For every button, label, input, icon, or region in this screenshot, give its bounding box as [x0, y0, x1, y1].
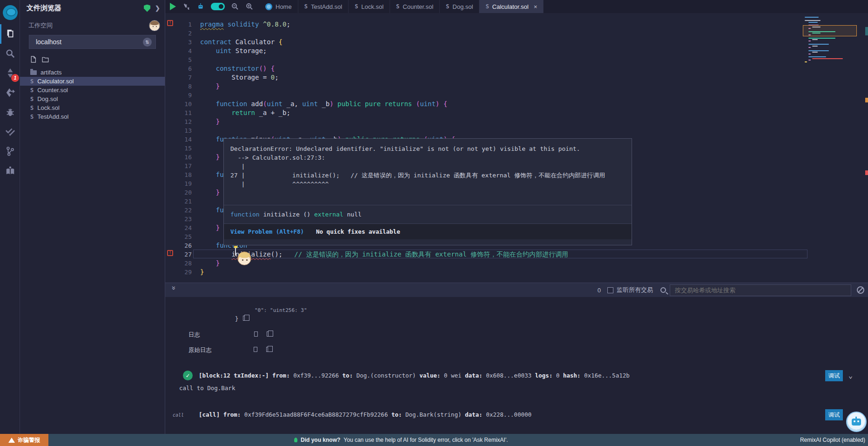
search-icon[interactable]	[0, 44, 20, 63]
tab-label: TestAdd.sol	[311, 3, 342, 10]
workspace-label: 工作空间	[28, 21, 53, 30]
remix-logo-icon[interactable]	[0, 0, 20, 24]
copy-icon[interactable]	[266, 347, 270, 352]
terminal-search-input[interactable]	[670, 284, 851, 296]
listen-all-label: 监听所有交易	[617, 286, 653, 294]
zoom-out-icon[interactable]	[231, 2, 239, 11]
line-number: 11	[165, 108, 192, 117]
solidity-file-icon: S	[30, 87, 34, 94]
file-label: Lock.sol	[37, 104, 60, 111]
solidity-file-icon: S	[304, 3, 308, 10]
view-problem-link[interactable]: View Problem (Alt+F8)	[230, 228, 304, 235]
tx-call-summary[interactable]: [call] from: 0xf39Fd6e51aad88F6F4ce6aB88…	[199, 411, 532, 418]
code-line-11: 11 return _a + _b;	[165, 108, 868, 117]
line-number: 10	[165, 100, 192, 108]
line-number: 13	[165, 126, 192, 135]
tab-Counter.sol[interactable]: SCounter.sol	[390, 0, 440, 13]
close-tab-icon[interactable]: ×	[534, 3, 538, 10]
debug-button[interactable]: 调试	[825, 409, 843, 420]
folder-icon	[30, 70, 37, 75]
raw-logs-row: 原始日志	[188, 345, 270, 354]
workspace-avatar[interactable]	[149, 20, 160, 31]
line-number: 15	[165, 144, 192, 153]
solidity-file-icon: S	[485, 3, 489, 10]
tx-expand-chevron[interactable]: ⌄	[848, 372, 853, 380]
workspace-name: localhost	[36, 38, 61, 46]
unit-testing-icon[interactable]	[0, 122, 20, 142]
solidity-compiler-icon[interactable]: 1	[0, 63, 20, 83]
line-number: 18	[165, 170, 192, 179]
tab-label: Calculator.sol	[492, 3, 529, 10]
file-explorer-panel: 文件浏览器 ❯ 工作空间 localhost ⇅ artifactsSCalcu…	[20, 0, 165, 434]
new-folder-icon[interactable]	[41, 55, 49, 63]
file-tree: artifactsSCalculator.solSCounter.solSDog…	[20, 68, 165, 121]
workspace-switch-icon[interactable]: ⇅	[143, 38, 152, 47]
minimap[interactable]	[805, 15, 860, 71]
terminal-search-icon	[660, 287, 666, 293]
zoom-in-icon[interactable]	[245, 2, 254, 11]
line-number: 29	[165, 268, 192, 277]
expand-icon[interactable]	[254, 331, 258, 337]
tab-Calculator.sol[interactable]: SCalculator.sol×	[479, 0, 544, 13]
warning-icon	[8, 438, 15, 443]
code-line-6: 6 constructor() {	[165, 64, 868, 73]
code-line-13: 13	[165, 126, 868, 135]
function-signature: function initialize () external null	[224, 205, 632, 223]
overview-ruler[interactable]	[865, 13, 868, 283]
line-number: 16	[165, 153, 192, 162]
deploy-run-icon[interactable]	[0, 83, 20, 102]
tab-Home[interactable]: Home	[259, 0, 298, 13]
code-line-12: 12 }	[165, 117, 868, 126]
workspace-select[interactable]: localhost ⇅	[29, 35, 156, 49]
git-icon[interactable]	[0, 142, 20, 161]
chevron-right-icon[interactable]: ❯	[155, 5, 160, 12]
file-item-artifacts[interactable]: artifacts	[20, 68, 165, 77]
copy-icon[interactable]	[267, 331, 271, 337]
line-number: 8	[165, 82, 192, 91]
remixai-robot-icon[interactable]	[196, 2, 205, 11]
copilot-status: RemixAI Copilot (enabled)	[800, 437, 865, 443]
debugger-icon[interactable]	[0, 102, 20, 122]
solidity-file-icon: S	[396, 3, 399, 10]
tab-label: Home	[276, 3, 292, 10]
tab-Dog.sol[interactable]: SDog.sol	[440, 0, 479, 13]
copy-icon[interactable]	[243, 316, 247, 321]
copy-pages-icon	[6, 29, 16, 39]
code-line-9: 9	[165, 91, 868, 100]
tab-TestAdd.sol[interactable]: STestAdd.sol	[298, 0, 349, 13]
terminal-expand-icon[interactable]: »	[170, 286, 178, 294]
listen-all-checkbox[interactable]	[607, 287, 613, 293]
compile-gears-icon[interactable]	[182, 2, 190, 11]
copilot-toggle[interactable]	[211, 3, 225, 10]
scam-alert-button[interactable]: 诈骗警报	[0, 434, 48, 446]
tx-success-icon: ✓	[183, 371, 193, 380]
transaction-count: 0	[598, 287, 601, 294]
file-item-Calculator.sol[interactable]: SCalculator.sol	[20, 77, 165, 86]
tx-call-note: call to Dog.Bark	[179, 385, 235, 392]
tab-Lock.sol[interactable]: SLock.sol	[349, 0, 390, 13]
file-explorer-icon[interactable]	[0, 24, 20, 44]
tx-block-summary[interactable]: [block:12 txIndex:-] from: 0xf39...92266…	[199, 372, 630, 379]
file-item-Dog.sol[interactable]: SDog.sol	[20, 95, 165, 103]
file-item-TestAdd.sol[interactable]: STestAdd.sol	[20, 112, 165, 121]
line-number: 6	[165, 64, 192, 73]
text-cursor	[235, 248, 236, 256]
line-number: 12	[165, 117, 192, 126]
debug-button[interactable]: 调试	[825, 370, 843, 381]
file-item-Counter.sol[interactable]: SCounter.sol	[20, 86, 165, 95]
file-label: Counter.sol	[37, 87, 68, 94]
new-file-icon[interactable]	[29, 55, 37, 63]
tabs-container: HomeSTestAdd.solSLock.solSCounter.solSDo…	[259, 0, 544, 13]
editor-tab-bar: HomeSTestAdd.solSLock.solSCounter.solSDo…	[165, 0, 868, 13]
minimap-highlight-box	[803, 25, 857, 36]
logs-row: 日志	[188, 330, 271, 339]
file-item-Lock.sol[interactable]: SLock.sol	[20, 103, 165, 112]
learneth-icon[interactable]	[0, 161, 20, 181]
ai-pet-avatar[interactable]	[237, 251, 251, 265]
remixai-chat-button[interactable]	[846, 412, 867, 432]
clear-console-icon[interactable]	[857, 286, 864, 294]
terminal-panel: » 0 监听所有交易 "0": "uint256: 3" } 日志 原始日志 ✓…	[165, 283, 868, 434]
code-line-5: 5	[165, 55, 868, 64]
expand-icon[interactable]	[254, 347, 257, 352]
run-script-icon[interactable]	[170, 3, 176, 10]
